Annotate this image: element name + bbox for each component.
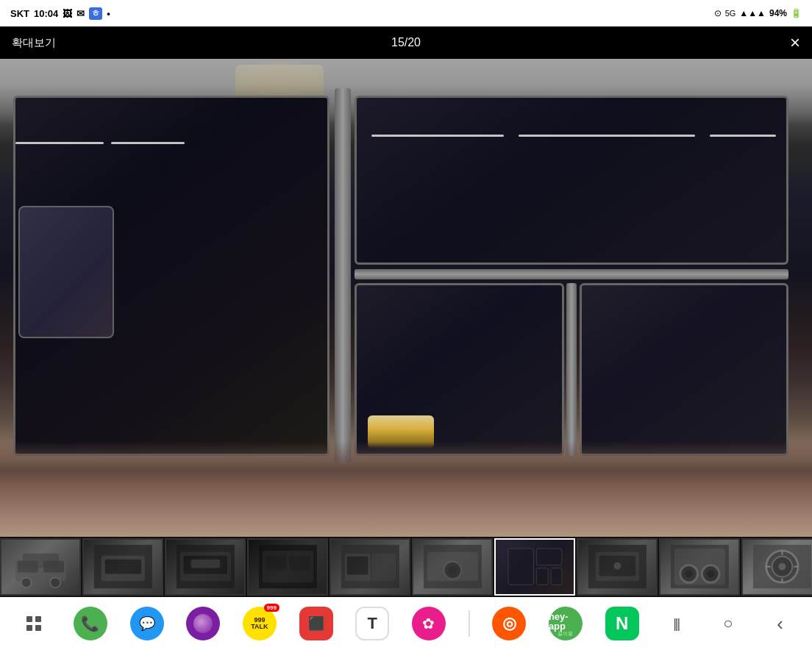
messages-icon: 💬 xyxy=(139,615,155,632)
thumb-6-svg xyxy=(421,545,484,588)
orange-app[interactable]: ◎ xyxy=(492,607,526,640)
grid-icon-svg xyxy=(26,615,42,632)
capsule-app[interactable] xyxy=(186,607,220,640)
thumb-10-svg xyxy=(751,545,812,588)
talk-badge: 999 xyxy=(264,604,279,612)
hey-app[interactable]: hey-app 길이용 xyxy=(549,607,583,640)
svg-point-43 xyxy=(778,563,786,571)
h-icon: ㅎ xyxy=(89,7,102,20)
thumbnail-2[interactable] xyxy=(82,538,163,596)
home-button[interactable]: ○ xyxy=(713,609,743,638)
reflection-right-2 xyxy=(519,135,695,137)
battery-label: 94% xyxy=(769,8,787,18)
orange-icon: ◎ xyxy=(502,614,516,633)
reflection-right-1 xyxy=(371,135,504,137)
thumbnail-4[interactable] xyxy=(247,538,328,596)
thumbnail-1[interactable] xyxy=(0,538,81,596)
back-button[interactable]: ‹ xyxy=(766,609,795,638)
status-left: SKT 10:04 🖼 ✉ ㅎ • xyxy=(10,7,110,20)
back-label[interactable]: 확대보기 xyxy=(12,36,56,50)
reflection-2 xyxy=(111,142,185,144)
thumb-4-svg xyxy=(257,545,319,588)
thumbnail-10[interactable] xyxy=(741,538,812,596)
naver-app[interactable]: N xyxy=(605,607,639,640)
thumb-8-content xyxy=(578,540,656,594)
svg-point-38 xyxy=(685,571,692,578)
square-icon: ⬛ xyxy=(308,615,324,632)
grid-menu-icon[interactable] xyxy=(17,607,51,640)
screen-record-icon: ⊙ xyxy=(714,8,722,18)
hey-sublabel: 길이용 xyxy=(558,631,573,636)
svg-rect-26 xyxy=(508,549,533,585)
svg-rect-20 xyxy=(346,557,368,575)
phone-app[interactable]: 📞 xyxy=(74,607,107,640)
thumb-5-svg xyxy=(339,545,402,588)
thumbnail-8[interactable] xyxy=(577,538,658,596)
svg-rect-15 xyxy=(266,556,286,571)
svg-rect-12 xyxy=(190,560,219,568)
left-window xyxy=(18,206,114,338)
phone-icon: 📞 xyxy=(81,615,99,632)
reflection-right-3 xyxy=(710,135,776,137)
svg-rect-29 xyxy=(551,568,562,585)
sunroof-panel-right-top xyxy=(355,96,788,265)
flower-icon: ✿ xyxy=(422,615,435,632)
hey-label: hey-app xyxy=(549,612,583,631)
svg-rect-4 xyxy=(17,561,38,573)
thumb-6-content xyxy=(413,540,491,594)
photo-icon: 🖼 xyxy=(63,8,72,19)
image-header: 확대보기 15/20 × xyxy=(0,26,812,59)
svg-rect-28 xyxy=(536,568,548,585)
thumbnail-5[interactable] xyxy=(330,538,410,596)
capsule-icon xyxy=(193,614,213,633)
thumb-3-content xyxy=(166,540,244,594)
thumb-2-svg xyxy=(92,545,154,588)
wifi-icon: ▲▲▲ xyxy=(739,8,766,18)
svg-rect-16 xyxy=(289,556,310,571)
status-bar: SKT 10:04 🖼 ✉ ㅎ • ⊙ 5G ▲▲▲ 94% 🔋 xyxy=(0,0,812,26)
thumb-7-svg xyxy=(504,545,566,588)
svg-point-33 xyxy=(613,562,621,570)
thumbnail-strip xyxy=(0,537,812,597)
square-app[interactable]: ⬛ xyxy=(299,607,333,640)
nav-divider xyxy=(469,610,470,637)
panel-v-divider xyxy=(566,283,577,456)
msg-icon: ✉ xyxy=(76,8,85,19)
thumb-1-svg xyxy=(10,545,72,588)
thumb-8-svg xyxy=(586,545,649,588)
kakaotalk-app[interactable]: 999TALK 999 xyxy=(243,607,277,640)
reflection-1 xyxy=(15,142,104,144)
thumbnail-7[interactable] xyxy=(494,538,575,596)
thumb-9-svg xyxy=(669,545,731,588)
ceiling-light-bottom xyxy=(368,415,434,449)
recents-button[interactable]: ||| xyxy=(661,609,691,638)
n-icon: N xyxy=(616,613,628,634)
svg-point-24 xyxy=(448,566,457,575)
panel-center-divider xyxy=(335,88,351,463)
sunroof-panel-right-bottom-right xyxy=(580,283,788,456)
status-icons: ⊙ 5G ▲▲▲ 94% 🔋 xyxy=(714,8,802,18)
flower-app[interactable]: ✿ xyxy=(412,607,446,640)
thumbnail-6[interactable] xyxy=(412,538,493,596)
thumb-9-content xyxy=(660,540,738,594)
image-counter: 15/20 xyxy=(391,36,421,49)
thumbnail-9[interactable] xyxy=(659,538,740,596)
svg-rect-48 xyxy=(26,616,32,622)
thumb-7-content xyxy=(496,540,574,594)
thumb-4-content xyxy=(249,540,327,594)
thumbnail-3[interactable] xyxy=(165,538,246,596)
svg-point-3 xyxy=(50,578,60,588)
thumb-10-content xyxy=(743,540,812,594)
svg-rect-50 xyxy=(26,625,32,631)
close-button[interactable]: × xyxy=(790,34,800,51)
kakaotalk-label: 999TALK xyxy=(251,617,268,630)
thumb-1-content xyxy=(1,540,79,594)
svg-point-39 xyxy=(707,571,714,578)
t-app[interactable]: T xyxy=(355,607,389,640)
svg-rect-51 xyxy=(35,625,41,631)
svg-rect-19 xyxy=(371,554,396,581)
svg-rect-49 xyxy=(35,616,41,622)
svg-rect-27 xyxy=(536,549,562,565)
messages-app[interactable]: 💬 xyxy=(130,607,164,640)
svg-point-2 xyxy=(21,578,31,588)
